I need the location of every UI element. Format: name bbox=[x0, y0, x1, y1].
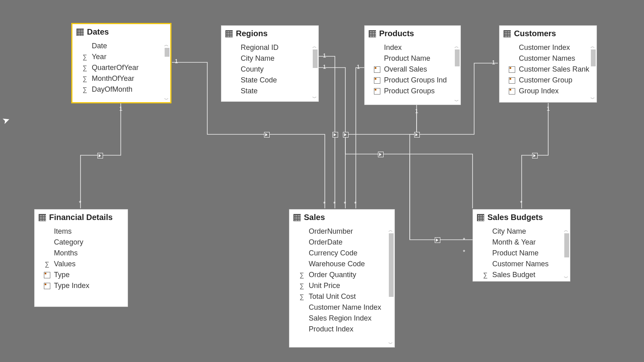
field-row[interactable]: State bbox=[221, 86, 318, 97]
table-sales[interactable]: Sales OrderNumberOrderDateCurrency CodeW… bbox=[289, 209, 395, 348]
table-header[interactable]: Products bbox=[365, 26, 460, 41]
scroll-down-icon[interactable]: ﹀ bbox=[163, 96, 169, 103]
field-row[interactable]: OrderDate bbox=[289, 237, 394, 248]
field-label: Product Name bbox=[384, 54, 430, 63]
table-customers[interactable]: Customers Customer IndexCustomer NamesCu… bbox=[499, 25, 597, 103]
field-row[interactable]: Sales Region Index bbox=[289, 313, 394, 324]
table-financial-details[interactable]: Financial Details ItemsCategoryMonths∑Va… bbox=[34, 209, 128, 307]
scrollbar[interactable]: ︿ ﹀ bbox=[589, 43, 596, 102]
table-title: Sales Budgets bbox=[487, 213, 543, 222]
table-header[interactable]: Sales bbox=[289, 210, 394, 225]
scroll-down-icon[interactable]: ﹀ bbox=[453, 98, 460, 104]
field-row[interactable]: ∑Year bbox=[72, 51, 170, 62]
calculated-column-icon bbox=[43, 272, 51, 278]
scroll-down-icon[interactable]: ﹀ bbox=[387, 340, 394, 347]
field-row[interactable]: ∑DayOfMonth bbox=[72, 84, 170, 95]
scrollbar[interactable]: ︿ ﹀ bbox=[387, 227, 394, 347]
scroll-up-icon[interactable]: ︿ bbox=[311, 43, 318, 49]
table-products[interactable]: Products IndexProduct NameOverall SalesP… bbox=[364, 25, 461, 105]
field-row[interactable]: Product Name bbox=[365, 53, 460, 64]
scrollbar[interactable]: ︿ ﹀ bbox=[563, 227, 569, 281]
relationship-joint bbox=[435, 237, 440, 243]
card-label: 1 bbox=[547, 105, 550, 111]
field-label: Regional ID bbox=[241, 43, 279, 52]
model-canvas[interactable]: 1 * 1 1 1 1 1 1 1 * * * * * * * Dates Da… bbox=[0, 0, 644, 362]
field-row[interactable]: County bbox=[221, 64, 318, 75]
field-row[interactable]: Month & Year bbox=[473, 237, 570, 248]
table-dates[interactable]: Dates Date∑Year∑QuarterOfYear∑MonthOfYea… bbox=[71, 23, 171, 103]
field-row[interactable]: ∑Values bbox=[35, 259, 128, 269]
calculated-column-icon bbox=[508, 88, 516, 95]
field-row[interactable]: Product Name bbox=[473, 248, 570, 259]
field-label: Items bbox=[54, 227, 72, 236]
field-row[interactable]: Date bbox=[72, 41, 170, 51]
field-row[interactable]: Type Index bbox=[35, 280, 128, 291]
scroll-up-icon[interactable]: ︿ bbox=[163, 41, 169, 48]
field-row[interactable]: Customer Name Index bbox=[289, 302, 394, 313]
field-label: Sales Budget bbox=[492, 271, 535, 279]
field-row[interactable]: Currency Code bbox=[289, 248, 394, 259]
field-row[interactable]: Index bbox=[365, 42, 460, 53]
field-row[interactable]: ∑MonthOfYear bbox=[72, 73, 170, 84]
field-row[interactable]: City Name bbox=[221, 53, 318, 64]
field-row[interactable]: Overall Sales bbox=[365, 64, 460, 75]
field-label: OrderDate bbox=[309, 238, 343, 247]
sigma-icon: ∑ bbox=[81, 86, 89, 93]
table-sales-budgets[interactable]: Sales Budgets City NameMonth & YearProdu… bbox=[473, 209, 570, 282]
field-row[interactable]: Warehouse Code bbox=[289, 259, 394, 269]
field-row[interactable]: State Code bbox=[221, 75, 318, 86]
card-label: 1 bbox=[323, 52, 326, 58]
field-label: State bbox=[241, 87, 258, 95]
field-row[interactable]: Months bbox=[35, 248, 128, 259]
scrollbar[interactable]: ︿ ﹀ bbox=[163, 41, 169, 103]
field-label: Customer Group bbox=[519, 76, 572, 84]
card-label: * bbox=[333, 200, 336, 206]
field-row[interactable]: Product Groups Ind bbox=[365, 75, 460, 86]
field-row[interactable]: Product Groups bbox=[365, 86, 460, 97]
scroll-down-icon[interactable]: ﹀ bbox=[589, 95, 596, 102]
scroll-up-icon[interactable]: ︿ bbox=[563, 227, 569, 233]
table-header[interactable]: Customers bbox=[500, 26, 597, 41]
field-row[interactable]: Group Index bbox=[500, 86, 597, 97]
field-row[interactable]: Category bbox=[35, 237, 128, 248]
field-row[interactable]: City Name bbox=[473, 226, 570, 237]
field-row[interactable]: Regional ID bbox=[221, 42, 318, 53]
table-header[interactable]: Regions bbox=[221, 26, 318, 41]
field-row[interactable]: Customer Group bbox=[500, 75, 597, 86]
table-regions[interactable]: Regions Regional IDCity NameCountyState … bbox=[221, 25, 319, 102]
field-label: QuarterOfYear bbox=[92, 64, 138, 72]
mouse-cursor-icon: ➤ bbox=[1, 114, 11, 127]
field-label: Group Index bbox=[519, 87, 559, 95]
card-label: * bbox=[323, 200, 326, 206]
field-label: Customer Names bbox=[492, 260, 549, 268]
scroll-up-icon[interactable]: ︿ bbox=[387, 227, 394, 233]
scrollbar[interactable]: ︿ ﹀ bbox=[453, 43, 460, 104]
field-row[interactable]: ∑Unit Price bbox=[289, 280, 394, 291]
card-label: * bbox=[344, 200, 346, 206]
table-header[interactable]: Financial Details bbox=[35, 210, 128, 225]
field-row[interactable]: Customer Names bbox=[473, 259, 570, 269]
scroll-up-icon[interactable]: ︿ bbox=[453, 43, 460, 49]
scrollbar[interactable]: ︿ ﹀ bbox=[311, 43, 318, 101]
scroll-down-icon[interactable]: ﹀ bbox=[311, 95, 318, 101]
field-row[interactable]: Type bbox=[35, 269, 128, 280]
table-header[interactable]: Sales Budgets bbox=[473, 210, 570, 225]
field-row[interactable]: Items bbox=[35, 226, 128, 237]
scroll-up-icon[interactable]: ︿ bbox=[589, 43, 596, 49]
card-label: 1 bbox=[492, 59, 495, 65]
field-row[interactable]: ∑Order Quantity bbox=[289, 269, 394, 280]
field-row[interactable]: OrderNumber bbox=[289, 226, 394, 237]
field-label: Type bbox=[54, 271, 70, 279]
field-list: City NameMonth & YearProduct NameCustome… bbox=[473, 225, 570, 282]
field-row[interactable]: ∑Sales Budget bbox=[473, 269, 570, 280]
field-row[interactable]: ∑QuarterOfYear bbox=[72, 62, 170, 73]
field-row[interactable]: Customer Index bbox=[500, 42, 597, 53]
field-row[interactable]: ∑Total Unit Cost bbox=[289, 291, 394, 302]
field-label: Product Groups bbox=[384, 87, 435, 95]
table-header[interactable]: Dates bbox=[72, 24, 170, 40]
field-row[interactable]: Product Index bbox=[289, 324, 394, 335]
field-row[interactable]: Customer Names bbox=[500, 53, 597, 64]
scroll-down-icon[interactable]: ﹀ bbox=[563, 274, 569, 281]
field-row[interactable]: Customer Sales Rank bbox=[500, 64, 597, 75]
field-label: Sales Region Index bbox=[309, 314, 372, 323]
